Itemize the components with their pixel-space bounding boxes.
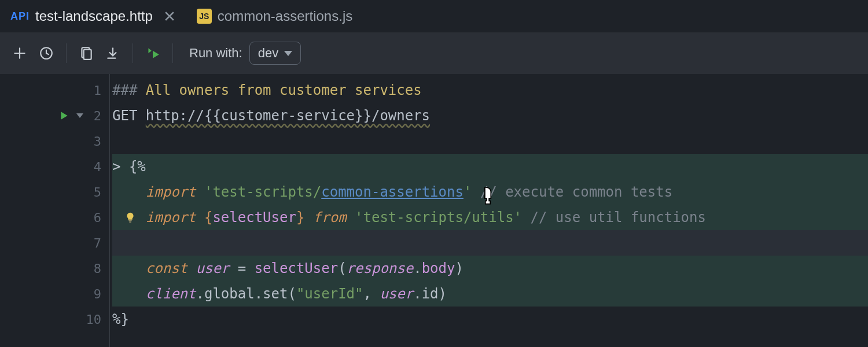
line-number: 7 [78, 236, 101, 250]
line-number: 6 [78, 211, 101, 225]
environment-select[interactable]: dev [249, 42, 301, 65]
run-request-icon[interactable] [59, 110, 69, 121]
svg-rect-4 [129, 222, 131, 222]
editor-toolbar: Run with: dev [0, 32, 868, 74]
separator [133, 43, 133, 63]
code-editor[interactable]: 1 2 3 4 5 6 7 8 9 10 ### All owners from… [0, 74, 868, 347]
code-line[interactable]: %} [112, 307, 868, 332]
examples-button[interactable] [75, 42, 98, 65]
line-number: 5 [78, 185, 101, 200]
tab-label: common-assertions.js [218, 8, 352, 24]
api-icon: API [10, 10, 30, 23]
line-number: 2 [94, 109, 101, 123]
history-button[interactable] [35, 42, 58, 65]
chevron-down-icon[interactable] [76, 113, 83, 118]
run-with-label: Run with: [189, 46, 242, 61]
js-icon: JS [197, 9, 212, 24]
line-number: 3 [78, 134, 101, 149]
chevron-down-icon [284, 51, 292, 56]
code-line[interactable]: client.global.set("userId", user.id) [112, 281, 868, 307]
tab-test-landscape[interactable]: API test-landscape.http [0, 0, 186, 32]
line-number: 9 [78, 287, 101, 301]
close-icon[interactable] [163, 10, 176, 23]
code-line[interactable]: const user = selectUser(response.body) [112, 256, 868, 281]
code-line[interactable]: import 'test-scripts/common-assertions' … [112, 179, 868, 205]
tab-label: test-landscape.http [35, 8, 153, 24]
add-request-button[interactable] [8, 42, 31, 65]
line-number: 1 [78, 83, 101, 98]
import-button[interactable] [101, 42, 124, 65]
code-line[interactable]: > {% [112, 154, 868, 179]
line-number: 4 [78, 160, 101, 174]
import-link[interactable]: common-assertions [321, 184, 464, 200]
tab-common-assertions[interactable]: JS common-assertions.js [186, 0, 363, 32]
code-line[interactable]: ### All owners from customer services [112, 77, 868, 103]
code-line[interactable]: GET http://{{customer-service}}/owners [112, 103, 868, 128]
tab-bar: API test-landscape.http JS common-assert… [0, 0, 868, 32]
separator [172, 43, 173, 63]
intention-bulb-icon[interactable] [124, 211, 137, 224]
separator [66, 43, 67, 63]
code-area[interactable]: ### All owners from customer services GE… [110, 74, 868, 347]
line-number: 8 [78, 261, 101, 276]
svg-rect-3 [128, 220, 132, 222]
environment-value: dev [258, 46, 278, 61]
code-line[interactable] [112, 230, 868, 256]
svg-rect-2 [84, 50, 91, 60]
line-number: 10 [78, 312, 101, 327]
gutter: 1 2 3 4 5 6 7 8 9 10 [0, 74, 110, 347]
code-line[interactable] [112, 128, 868, 154]
run-all-button[interactable] [141, 42, 164, 65]
code-line[interactable]: import {selectUser} from 'test-scripts/u… [112, 205, 868, 230]
